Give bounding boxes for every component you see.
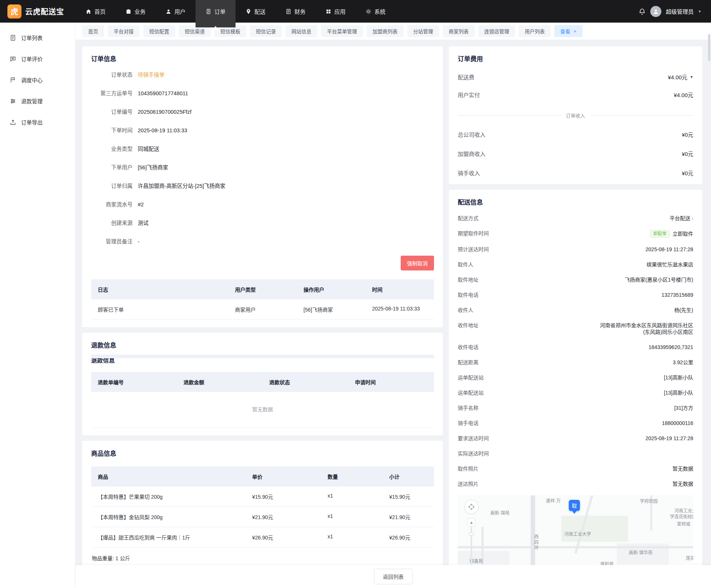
tab-platform-menu[interactable]: 平台菜单管理	[321, 25, 363, 37]
pickup-pin-marker[interactable]: 取	[569, 500, 580, 511]
field-value: 18433959620,7321	[648, 344, 693, 351]
delivery-fee-value: ¥4.00元	[668, 73, 688, 81]
location-pin-icon	[246, 9, 251, 14]
product-table: 商品 单价 数量 小计 【本周特惠】芒果果切 200g ¥15.90元 x1 ¥…	[91, 466, 434, 548]
page-scrollbar[interactable]	[708, 34, 710, 61]
nav-item-home[interactable]: 首页	[76, 0, 116, 23]
nav-label: 财务	[294, 7, 306, 15]
field-value: 许昌加盟商-高新区分站-[25]飞扬商家	[138, 182, 226, 190]
field-label: 实际送达时间	[458, 450, 489, 457]
column-header: 数量	[321, 466, 383, 486]
field-label: 要求送达时间	[458, 435, 489, 442]
field-label: 预计送达时间	[458, 246, 489, 253]
nav-item-apps[interactable]: 应用	[316, 0, 356, 23]
current-user-name[interactable]: 超级管理员	[666, 7, 694, 15]
product-subtotal: ¥26.90元	[383, 527, 434, 547]
gear-icon	[365, 9, 371, 14]
field-label: 订单状态	[91, 71, 133, 79]
field-label: 取件地址	[458, 276, 478, 283]
nav-item-finance[interactable]: 财务	[276, 0, 316, 23]
zoom-slider-handle[interactable]	[469, 532, 474, 535]
refund-table: 退款单编号 退款金额 退款状态 申请时间 暂无数据	[91, 372, 434, 428]
export-icon	[10, 119, 16, 126]
map-pan-control[interactable]	[464, 500, 478, 514]
main-content: 订单信息 订单状态待骑手接单 第三方运单号10435900717748011 订…	[76, 40, 711, 565]
field-label: 取件电话	[458, 292, 478, 298]
zoom-slider-track[interactable]	[471, 526, 472, 565]
delivery-fee-label: 配送费	[458, 73, 474, 81]
tab-chain-store[interactable]: 连锁店管理	[478, 25, 515, 37]
field-label: 收件电话	[458, 344, 478, 351]
chevron-down-icon: ▼	[690, 75, 693, 79]
tab-sms-config[interactable]: 短信配置	[143, 25, 175, 37]
map-block	[458, 551, 510, 565]
sidebar-item-dispatch-center[interactable]: 调度中心	[0, 69, 75, 90]
column-header: 小计	[383, 466, 434, 486]
footer-action-bar: 返回列表	[76, 565, 711, 588]
field-label: 收件人	[458, 307, 473, 313]
tab-home[interactable]: 首页	[82, 25, 104, 37]
order-status-value: 待骑手接单	[138, 71, 165, 79]
tab-user-list[interactable]: 用户列表	[519, 25, 551, 37]
user-menu-caret-icon[interactable]: ▼	[698, 10, 701, 13]
nav-item-users[interactable]: 用户	[156, 0, 196, 23]
tab-franchisee-list[interactable]: 加盟商列表	[367, 25, 404, 37]
user-avatar[interactable]	[650, 6, 661, 17]
field-label: 配送方式	[458, 215, 478, 222]
brand: 虎 云虎配送宝	[0, 4, 76, 19]
column-header: 用户类型	[228, 279, 297, 299]
map-zoom-control: + −	[467, 518, 475, 565]
tab-view-active[interactable]: 查看 ×	[554, 25, 583, 37]
nav-item-delivery[interactable]: 配送	[236, 0, 276, 23]
back-to-list-button[interactable]: 返回列表	[374, 569, 413, 584]
nav-item-orders[interactable]: 订单	[196, 0, 236, 23]
field-label: 业务类型	[91, 145, 133, 153]
order-log-table: 日志 用户类型 操作用户 时间 顾客已下单 商家用户 [56]飞扬商家 2025…	[91, 279, 434, 320]
field-value: [31]方方	[674, 405, 693, 411]
tab-site-info[interactable]: 网站信息	[286, 25, 317, 37]
notification-bell-icon[interactable]	[638, 8, 646, 15]
product-info-title: 商品信息	[91, 448, 434, 458]
comment-icon	[10, 56, 16, 62]
field-value: #2	[138, 201, 144, 208]
user-paid-label: 用户实付	[458, 91, 480, 99]
field-value: [13]高新小队	[664, 374, 693, 381]
product-row: 【爆品】甜王西瓜吃到爽 一斤果肉｜1斤 ¥26.90元 x1 ¥26.90元	[91, 527, 434, 548]
order-fees-title: 订单费用	[458, 54, 693, 63]
nav-item-business[interactable]: 业务	[116, 0, 156, 23]
field-value: 18800000116	[662, 420, 693, 426]
force-cancel-button[interactable]: 强制取消	[401, 256, 434, 270]
field-label: 取件人	[458, 261, 473, 268]
delivery-fee-dropdown[interactable]: ¥4.00元 ▼	[668, 73, 693, 81]
delivery-method-value: 平台配送	[670, 215, 690, 221]
nav-label: 系统	[374, 7, 385, 15]
field-value: 13273515689	[661, 292, 693, 298]
column-header: 时间	[365, 279, 434, 299]
product-info-card: 商品信息 商品 单价 数量 小计 【本周特惠】芒果果切 200g ¥15.90元	[82, 441, 443, 565]
sidebar-item-order-export[interactable]: 订单导出	[0, 112, 75, 133]
sidebar-item-refund-management[interactable]: 退款管理	[0, 90, 75, 112]
product-qty: x1	[321, 507, 383, 527]
delivery-method-link[interactable]: 平台配送›	[670, 215, 693, 222]
tab-close-icon[interactable]: ×	[574, 29, 577, 34]
product-price: ¥26.90元	[246, 527, 321, 547]
field-label: 骑手名称	[458, 405, 478, 411]
log-event: 顾客已下单	[91, 299, 228, 319]
field-value: -	[138, 238, 140, 245]
field-value: [13]高新小队	[664, 389, 693, 396]
briefcase-icon	[126, 9, 131, 14]
tab-substation[interactable]: 分站管理	[407, 25, 439, 37]
delivery-map[interactable]: 速祥·万 学府欣园 高新·锦苑 河南工业大 学连花街校区 荣邦城 河南工业大学 …	[458, 495, 693, 565]
product-row: 【本周特惠】芒果果切 200g ¥15.90元 x1 ¥15.90元	[91, 486, 434, 507]
zoom-in-button[interactable]: +	[467, 518, 475, 526]
tab-merchant-list[interactable]: 商家列表	[443, 25, 475, 37]
tab-sms-log[interactable]: 短信记录	[250, 25, 282, 37]
app-logo-icon: 虎	[7, 4, 21, 19]
sidebar-item-order-review[interactable]: 订单评价	[0, 48, 75, 69]
tab-platform-connect[interactable]: 平台对接	[108, 25, 140, 37]
field-label: 订单归属	[91, 182, 133, 190]
sidebar-item-order-list[interactable]: 订单列表	[0, 27, 75, 48]
nav-item-system[interactable]: 系统	[356, 0, 395, 23]
field-label: 收件地址	[458, 322, 478, 329]
product-price: ¥15.90元	[246, 486, 321, 506]
